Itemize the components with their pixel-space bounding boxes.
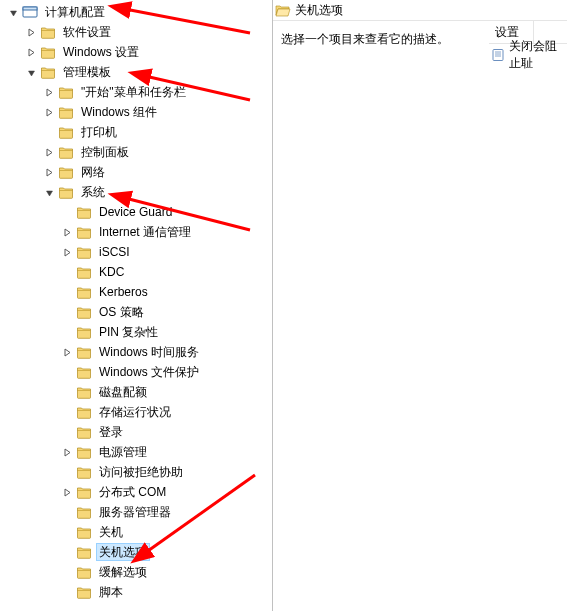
tree-toggle-open-icon[interactable] (42, 185, 56, 199)
tree-item[interactable]: KDC (0, 262, 272, 282)
description-column: 选择一个项目来查看它的描述。 (273, 21, 489, 611)
policy-item[interactable]: 关闭会阻止耻 (489, 46, 567, 64)
tree-item-label: 系统 (78, 182, 108, 202)
tree-item-label: Internet 通信管理 (96, 222, 194, 242)
tree-item[interactable]: 存储运行状况 (0, 402, 272, 422)
tree-item[interactable]: 管理模板 (0, 62, 272, 82)
content-header: 关机选项 (273, 0, 567, 21)
list-column: 设置 关闭会阻止耻 (489, 21, 567, 611)
folder-icon (76, 284, 92, 300)
tree-toggle-closed-icon[interactable] (24, 45, 38, 59)
folder-icon (76, 524, 92, 540)
tree-toggle-closed-icon[interactable] (42, 145, 56, 159)
folder-icon (76, 204, 92, 220)
tree-item[interactable]: 网络 (0, 162, 272, 182)
folder-icon (58, 144, 74, 160)
tree-item[interactable]: Device Guard (0, 202, 272, 222)
tree-toggle-closed-icon[interactable] (60, 345, 74, 359)
folder-icon (76, 444, 92, 460)
tree-item[interactable]: 脚本 (0, 582, 272, 602)
tree-toggle-none (60, 465, 74, 479)
tree-toggle-none (60, 385, 74, 399)
tree-item-label: 计算机配置 (42, 2, 108, 22)
folder-icon (76, 584, 92, 600)
tree-toggle-none (60, 205, 74, 219)
tree-item[interactable]: 打印机 (0, 122, 272, 142)
tree-toggle-closed-icon[interactable] (42, 105, 56, 119)
tree-item-label: Device Guard (96, 202, 175, 222)
tree-item-label: 服务器管理器 (96, 502, 174, 522)
tree-toggle-none (42, 125, 56, 139)
tree-panel[interactable]: 计算机配置软件设置Windows 设置管理模板"开始"菜单和任务栏Windows… (0, 0, 273, 611)
folder-icon (76, 424, 92, 440)
tree-item[interactable]: Windows 时间服务 (0, 342, 272, 362)
tree-toggle-closed-icon[interactable] (60, 485, 74, 499)
list-body: 关闭会阻止耻 (489, 44, 567, 66)
svg-rect-1 (23, 7, 37, 10)
tree-toggle-closed-icon[interactable] (60, 245, 74, 259)
tree-item[interactable]: iSCSI (0, 242, 272, 262)
tree-toggle-closed-icon[interactable] (60, 445, 74, 459)
tree-item[interactable]: 控制面板 (0, 142, 272, 162)
tree-toggle-closed-icon[interactable] (24, 25, 38, 39)
tree-item[interactable]: 软件设置 (0, 22, 272, 42)
tree-item[interactable]: 关机选项 (0, 542, 272, 562)
folder-icon (76, 504, 92, 520)
tree-item-label: 访问被拒绝协助 (96, 462, 186, 482)
right-panel: 关机选项 选择一个项目来查看它的描述。 设置 关闭会阻止耻 (273, 0, 567, 611)
tree-item[interactable]: PIN 复杂性 (0, 322, 272, 342)
tree-item[interactable]: 分布式 COM (0, 482, 272, 502)
folder-icon (40, 64, 56, 80)
tree-item[interactable]: 磁盘配额 (0, 382, 272, 402)
tree-item[interactable]: 登录 (0, 422, 272, 442)
tree-item-label: "开始"菜单和任务栏 (78, 82, 189, 102)
folder-icon (76, 464, 92, 480)
tree-item-label: Windows 时间服务 (96, 342, 202, 362)
tree-item[interactable]: Windows 文件保护 (0, 362, 272, 382)
tree-item-label: 磁盘配额 (96, 382, 150, 402)
tree-toggle-open-icon[interactable] (6, 5, 20, 19)
folder-icon (40, 24, 56, 40)
tree-toggle-closed-icon[interactable] (42, 85, 56, 99)
tree-item-label: 分布式 COM (96, 482, 169, 502)
tree-item[interactable]: "开始"菜单和任务栏 (0, 82, 272, 102)
tree-toggle-none (60, 405, 74, 419)
tree-item-label: 软件设置 (60, 22, 114, 42)
tree-toggle-closed-icon[interactable] (60, 225, 74, 239)
tree-item-label: 电源管理 (96, 442, 150, 462)
tree-item[interactable]: Windows 设置 (0, 42, 272, 62)
tree-toggle-open-icon[interactable] (24, 65, 38, 79)
tree-item[interactable]: 访问被拒绝协助 (0, 462, 272, 482)
tree-toggle-none (60, 565, 74, 579)
folder-icon (76, 344, 92, 360)
folder-icon (76, 304, 92, 320)
tree-toggle-none (60, 305, 74, 319)
tree-item[interactable]: 缓解选项 (0, 562, 272, 582)
tree-item-label: 管理模板 (60, 62, 114, 82)
tree-item[interactable]: 系统 (0, 182, 272, 202)
folder-icon (58, 84, 74, 100)
tree-item-label: 缓解选项 (96, 562, 150, 582)
tree-item-label: 登录 (96, 422, 126, 442)
tree-item[interactable]: Kerberos (0, 282, 272, 302)
tree-toggle-none (60, 545, 74, 559)
policy-item-label: 关闭会阻止耻 (509, 38, 567, 72)
tree-toggle-none (60, 285, 74, 299)
tree-item[interactable]: 服务器管理器 (0, 502, 272, 522)
tree-toggle-none (60, 265, 74, 279)
tree-item-label: Windows 文件保护 (96, 362, 202, 382)
tree-item[interactable]: 关机 (0, 522, 272, 542)
folder-icon (76, 484, 92, 500)
tree-item-label: KDC (96, 262, 127, 282)
description-prompt: 选择一个项目来查看它的描述。 (281, 32, 449, 46)
policy-item-icon (491, 47, 505, 63)
tree-item-label: 打印机 (78, 122, 120, 142)
tree-item[interactable]: Windows 组件 (0, 102, 272, 122)
tree-item[interactable]: 电源管理 (0, 442, 272, 462)
folder-icon (58, 104, 74, 120)
tree-toggle-closed-icon[interactable] (42, 165, 56, 179)
tree-item-label: iSCSI (96, 242, 133, 262)
tree-item[interactable]: Internet 通信管理 (0, 222, 272, 242)
tree-item[interactable]: 计算机配置 (0, 2, 272, 22)
tree-item[interactable]: OS 策略 (0, 302, 272, 322)
